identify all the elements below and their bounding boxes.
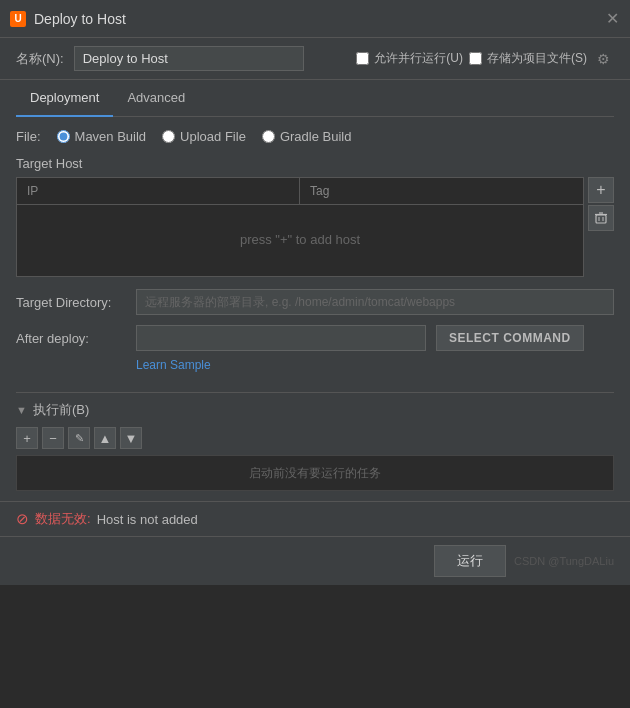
host-action-buttons: + [588, 177, 614, 277]
title-bar-text: Deploy to Host [34, 11, 604, 27]
pre-exec-move-down-button[interactable]: ▼ [120, 427, 142, 449]
tab-advanced[interactable]: Advanced [113, 80, 199, 117]
after-deploy-input[interactable] [136, 325, 426, 351]
gradle-build-radio[interactable]: Gradle Build [262, 129, 352, 144]
collapse-arrow: ▼ [16, 404, 27, 416]
remove-host-button[interactable] [588, 205, 614, 231]
error-message: Host is not added [97, 512, 198, 527]
host-table-body: press "+" to add host [17, 205, 583, 273]
pre-exec-toolbar: + − ✎ ▲ ▼ [16, 427, 614, 449]
file-radio-group: Maven Build Upload File Gradle Build [57, 129, 352, 144]
ip-column-header: IP [17, 178, 300, 204]
target-directory-label: Target Directory: [16, 295, 126, 310]
host-table-header: IP Tag [17, 178, 583, 205]
target-directory-input[interactable] [136, 289, 614, 315]
watermark: CSDN @TungDALiu [514, 555, 614, 567]
host-empty-text: press "+" to add host [240, 232, 360, 247]
host-table-container: IP Tag press "+" to add host + [16, 177, 614, 277]
target-host-label: Target Host [16, 156, 614, 171]
pre-exec-move-up-button[interactable]: ▲ [94, 427, 116, 449]
checkbox-group: 允许并行运行(U) 存储为项目文件(S) ⚙ [356, 49, 614, 69]
name-label: 名称(N): [16, 50, 64, 68]
file-label: File: [16, 129, 41, 144]
svg-rect-0 [596, 215, 606, 223]
save-to-project-checkbox[interactable]: 存储为项目文件(S) [469, 50, 587, 67]
pre-exec-header[interactable]: ▼ 执行前(B) [16, 401, 614, 419]
close-button[interactable]: ✕ [604, 11, 620, 27]
pre-exec-empty: 启动前没有要运行的任务 [16, 455, 614, 491]
main-content: Deployment Advanced File: Maven Build Up… [0, 80, 630, 501]
error-icon: ⊘ [16, 510, 29, 528]
tag-column-header: Tag [300, 178, 583, 204]
gear-button[interactable]: ⚙ [593, 49, 614, 69]
target-directory-row: Target Directory: [16, 289, 614, 315]
run-button[interactable]: 运行 [434, 545, 506, 577]
file-row: File: Maven Build Upload File Gradle Bui… [16, 129, 614, 144]
tab-deployment[interactable]: Deployment [16, 80, 113, 117]
pre-exec-section: ▼ 执行前(B) + − ✎ ▲ ▼ 启动前没有要运行的任务 [16, 392, 614, 491]
app-icon: U [10, 11, 26, 27]
name-row: 名称(N): 允许并行运行(U) 存储为项目文件(S) ⚙ [0, 38, 630, 80]
parallel-run-check[interactable] [356, 52, 369, 65]
trash-icon [594, 211, 608, 225]
pre-exec-edit-button[interactable]: ✎ [68, 427, 90, 449]
error-prefix: 数据无效: [35, 510, 91, 528]
add-host-button[interactable]: + [588, 177, 614, 203]
bottom-bar: 运行 CSDN @TungDALiu [0, 536, 630, 585]
pre-exec-remove-button[interactable]: − [42, 427, 64, 449]
tabs: Deployment Advanced [16, 80, 614, 117]
upload-file-radio[interactable]: Upload File [162, 129, 246, 144]
error-row: ⊘ 数据无效: Host is not added [0, 501, 630, 536]
host-table: IP Tag press "+" to add host [16, 177, 584, 277]
name-input[interactable] [74, 46, 304, 71]
save-to-project-check[interactable] [469, 52, 482, 65]
parallel-run-checkbox[interactable]: 允许并行运行(U) [356, 50, 463, 67]
pre-exec-label: 执行前(B) [33, 401, 89, 419]
title-bar: U Deploy to Host ✕ [0, 0, 630, 38]
pre-exec-add-button[interactable]: + [16, 427, 38, 449]
after-deploy-label: After deploy: [16, 331, 126, 346]
maven-build-radio[interactable]: Maven Build [57, 129, 147, 144]
select-command-button[interactable]: SELECT COMMAND [436, 325, 584, 351]
learn-sample-link[interactable]: Learn Sample [136, 358, 211, 372]
after-deploy-row: After deploy: SELECT COMMAND [16, 325, 614, 351]
